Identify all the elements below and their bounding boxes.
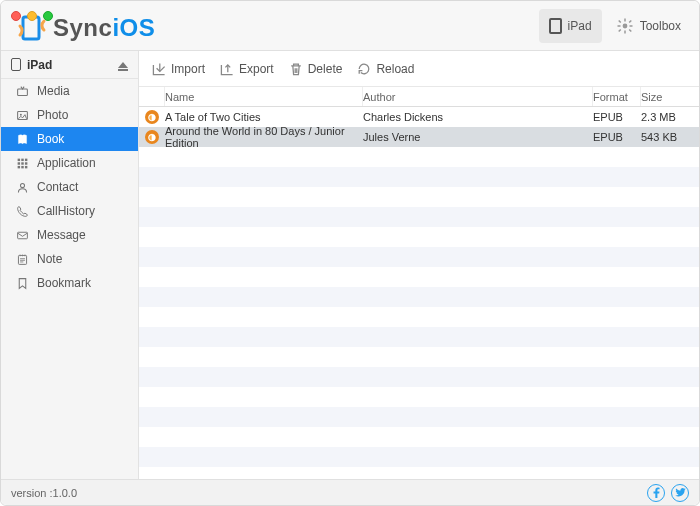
sidebar-item-label: Message (37, 228, 86, 242)
device-tab-button[interactable]: iPad (539, 9, 602, 43)
export-label: Export (239, 62, 274, 76)
svg-rect-4 (617, 25, 620, 27)
contact-icon (15, 181, 29, 194)
sidebar-item-callhistory[interactable]: CallHistory (1, 199, 138, 223)
twitter-button[interactable] (671, 484, 689, 502)
sidebar-item-bookmark[interactable]: Bookmark (1, 271, 138, 295)
svg-rect-13 (17, 158, 19, 160)
logo-text-2: iOS (112, 14, 155, 42)
toolbox-button[interactable]: Toolbox (606, 9, 691, 43)
eject-icon[interactable] (118, 62, 128, 68)
sidebar-item-label: Contact (37, 180, 78, 194)
app-window: SynciOS iPad T (0, 0, 700, 506)
sidebar-item-book[interactable]: Book (1, 127, 138, 151)
cell-name: Around the World in 80 Days / Junior Edi… (165, 125, 363, 149)
svg-rect-16 (17, 162, 19, 164)
epub-icon: ◑ (145, 130, 159, 144)
sidebar-item-label: Bookmark (37, 276, 91, 290)
header-right: iPad Toolbox (539, 9, 691, 43)
reload-button[interactable]: Reload (356, 61, 414, 77)
col-size-header[interactable]: Size (641, 87, 699, 106)
svg-point-1 (622, 23, 627, 28)
version-value: 1.0.0 (53, 487, 77, 499)
footer: version : 1.0.0 (1, 479, 699, 505)
col-icon-header[interactable] (139, 87, 165, 106)
sidebar-item-label: Media (37, 84, 70, 98)
table-header: Name Author Format Size (139, 87, 699, 107)
reload-icon (356, 61, 372, 77)
toolbar: Import Export Delete Reload (139, 51, 699, 87)
svg-rect-2 (624, 18, 626, 21)
svg-rect-15 (24, 158, 26, 160)
svg-rect-21 (24, 165, 26, 167)
cell-size: 2.3 MB (641, 111, 699, 123)
col-format-header[interactable]: Format (593, 87, 641, 106)
delete-button[interactable]: Delete (288, 61, 343, 77)
ipad-icon (11, 58, 21, 71)
svg-rect-14 (21, 158, 23, 160)
sidebar-item-label: Application (37, 156, 96, 170)
sidebar-item-photo[interactable]: Photo (1, 103, 138, 127)
epub-icon: ◑ (145, 110, 159, 124)
minimize-button[interactable] (27, 11, 37, 21)
cell-name: A Tale of Two Cities (165, 111, 363, 123)
main-panel: Import Export Delete Reload Name A (139, 51, 699, 479)
sidebar: iPad Media Photo Book (1, 51, 139, 479)
sidebar-device-label: iPad (27, 58, 52, 72)
facebook-icon (652, 487, 661, 498)
export-icon (219, 61, 235, 77)
svg-rect-9 (628, 19, 631, 22)
sidebar-device-row[interactable]: iPad (1, 51, 138, 79)
svg-point-22 (20, 183, 24, 187)
svg-rect-8 (618, 28, 621, 31)
col-name-header[interactable]: Name (165, 87, 363, 106)
table-row[interactable]: ◑ Around the World in 80 Days / Junior E… (139, 127, 699, 147)
cell-format: EPUB (593, 131, 641, 143)
table-body: ◑ A Tale of Two Cities Charles Dickens E… (139, 107, 699, 479)
bookmark-icon (15, 277, 29, 290)
table-row[interactable]: ◑ A Tale of Two Cities Charles Dickens E… (139, 107, 699, 127)
window-controls (11, 11, 53, 21)
cell-author: Charles Dickens (363, 111, 593, 123)
sidebar-item-message[interactable]: Message (1, 223, 138, 247)
maximize-button[interactable] (43, 11, 53, 21)
col-author-header[interactable]: Author (363, 87, 593, 106)
svg-rect-20 (21, 165, 23, 167)
logo-text-1: Sync (53, 14, 112, 42)
sidebar-item-label: CallHistory (37, 204, 95, 218)
photo-icon (15, 109, 29, 122)
svg-rect-3 (624, 30, 626, 33)
sidebar-item-media[interactable]: Media (1, 79, 138, 103)
sidebar-item-contact[interactable]: Contact (1, 175, 138, 199)
reload-label: Reload (376, 62, 414, 76)
export-button[interactable]: Export (219, 61, 274, 77)
body: iPad Media Photo Book (1, 51, 699, 479)
import-button[interactable]: Import (151, 61, 205, 77)
delete-label: Delete (308, 62, 343, 76)
svg-rect-7 (628, 28, 631, 31)
import-label: Import (171, 62, 205, 76)
svg-rect-6 (618, 19, 621, 22)
close-button[interactable] (11, 11, 21, 21)
device-tab-label: iPad (568, 19, 592, 33)
cell-size: 543 KB (641, 131, 699, 143)
facebook-button[interactable] (647, 484, 665, 502)
gear-icon (616, 17, 634, 35)
svg-rect-5 (629, 25, 632, 27)
titlebar: SynciOS iPad T (1, 1, 699, 51)
tv-icon (15, 85, 29, 98)
twitter-icon (675, 488, 686, 497)
book-icon (15, 133, 29, 146)
sidebar-item-label: Note (37, 252, 62, 266)
sidebar-item-label: Photo (37, 108, 68, 122)
toolbox-label: Toolbox (640, 19, 681, 33)
svg-point-12 (19, 113, 21, 115)
trash-icon (288, 61, 304, 77)
envelope-icon (15, 229, 29, 242)
sidebar-item-application[interactable]: Application (1, 151, 138, 175)
social-links (647, 484, 689, 502)
table-stripes (139, 107, 699, 479)
sidebar-item-note[interactable]: Note (1, 247, 138, 271)
svg-rect-19 (17, 165, 19, 167)
import-icon (151, 61, 167, 77)
